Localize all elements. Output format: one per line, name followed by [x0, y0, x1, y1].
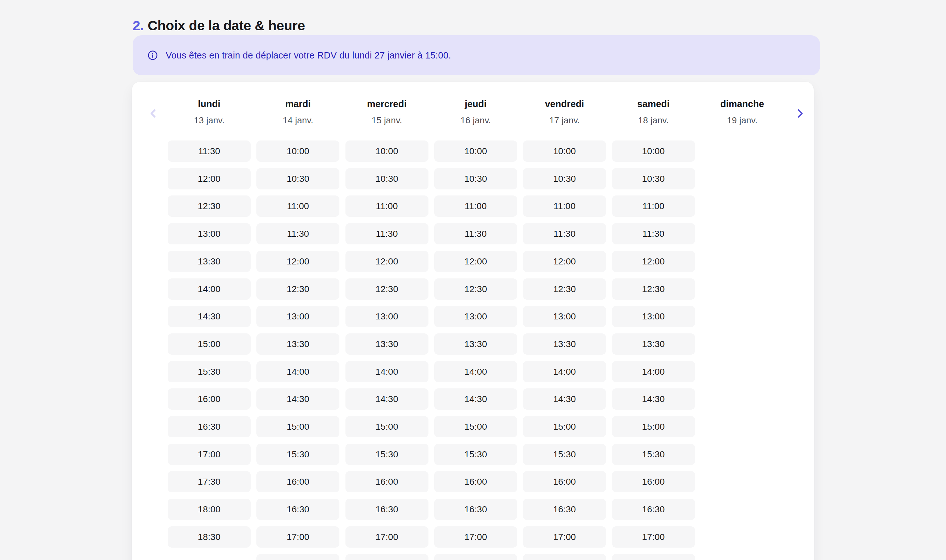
time-slot[interactable]: 12:00 — [346, 251, 429, 272]
time-slot[interactable]: 13:30 — [434, 333, 517, 355]
time-slot[interactable]: 17:30 — [434, 554, 517, 560]
time-slot[interactable]: 16:00 — [346, 471, 429, 492]
time-slot[interactable]: 10:30 — [346, 168, 429, 189]
time-slot[interactable]: 16:30 — [434, 498, 517, 520]
next-week-button[interactable] — [791, 105, 809, 122]
time-slot[interactable]: 15:30 — [346, 444, 429, 465]
time-slot[interactable]: 10:30 — [434, 168, 517, 189]
time-slot[interactable]: 10:30 — [523, 168, 606, 189]
time-slot[interactable]: 11:30 — [434, 223, 517, 245]
time-slot[interactable]: 17:00 — [168, 444, 251, 465]
time-slot[interactable]: 10:30 — [612, 168, 695, 189]
time-slot[interactable]: 15:00 — [434, 416, 517, 437]
time-slot[interactable]: 12:30 — [523, 278, 606, 300]
time-slot[interactable]: 13:30 — [168, 251, 251, 272]
time-slot[interactable]: 11:30 — [523, 223, 606, 245]
time-slot[interactable]: 12:30 — [168, 195, 251, 217]
time-slot[interactable]: 14:30 — [523, 388, 606, 410]
time-slot[interactable]: 10:00 — [434, 140, 517, 162]
time-slot[interactable]: 14:30 — [612, 388, 695, 410]
time-slot[interactable]: 15:00 — [256, 416, 340, 437]
time-slot[interactable]: 17:00 — [434, 526, 517, 548]
time-slot[interactable]: 13:00 — [168, 223, 251, 245]
time-slot[interactable]: 12:30 — [434, 278, 517, 300]
time-slot[interactable]: 16:30 — [168, 416, 251, 437]
time-slot[interactable]: 12:30 — [256, 278, 340, 300]
time-slot[interactable]: 16:30 — [523, 498, 606, 520]
time-slot[interactable]: 17:30 — [346, 554, 429, 560]
time-slot[interactable]: 13:30 — [523, 333, 606, 355]
time-slot[interactable]: 10:00 — [612, 140, 695, 162]
time-slot[interactable]: 15:30 — [612, 444, 695, 465]
time-slot[interactable]: 17:00 — [523, 526, 606, 548]
time-slot[interactable]: 15:00 — [346, 416, 429, 437]
time-slot[interactable]: 15:00 — [168, 333, 251, 355]
time-slot[interactable]: 16:30 — [612, 498, 695, 520]
time-slot[interactable]: 16:00 — [168, 388, 251, 410]
time-slot[interactable]: 17:30 — [612, 554, 695, 560]
time-slot[interactable]: 14:00 — [346, 361, 429, 382]
time-slot[interactable]: 17:30 — [168, 471, 251, 492]
prev-week-button[interactable] — [144, 105, 162, 122]
time-slot[interactable]: 13:30 — [346, 333, 429, 355]
time-slot[interactable]: 16:00 — [523, 471, 606, 492]
time-slot[interactable]: 12:00 — [168, 168, 251, 189]
time-slot[interactable]: 11:00 — [434, 195, 517, 217]
time-slot[interactable]: 17:00 — [612, 526, 695, 548]
time-slot[interactable]: 10:00 — [346, 140, 429, 162]
time-slot[interactable]: 13:00 — [256, 306, 340, 327]
time-slot[interactable]: 17:30 — [256, 554, 340, 560]
time-slot[interactable]: 17:00 — [346, 526, 429, 548]
day-column-dimanche: dimanche19 janv. — [701, 82, 784, 560]
time-slot[interactable]: 14:00 — [256, 361, 340, 382]
time-slot[interactable]: 16:00 — [612, 471, 695, 492]
time-slot[interactable]: 13:00 — [612, 306, 695, 327]
time-slot[interactable]: 13:00 — [434, 306, 517, 327]
time-slot[interactable]: 15:30 — [434, 444, 517, 465]
time-slot[interactable]: 16:00 — [434, 471, 517, 492]
time-slot[interactable]: 14:30 — [346, 388, 429, 410]
time-slot[interactable]: 13:00 — [523, 306, 606, 327]
time-slot[interactable]: 12:00 — [434, 251, 517, 272]
time-slot[interactable]: 12:00 — [256, 251, 340, 272]
time-slot[interactable]: 15:00 — [612, 416, 695, 437]
time-slot[interactable]: 14:00 — [168, 278, 251, 300]
time-slot[interactable]: 12:00 — [612, 251, 695, 272]
time-slot[interactable]: 11:30 — [168, 140, 251, 162]
time-slot[interactable]: 15:30 — [256, 444, 340, 465]
time-slot[interactable]: 16:00 — [256, 471, 340, 492]
time-slot[interactable]: 11:30 — [612, 223, 695, 245]
notice-text: Vous êtes en train de déplacer votre RDV… — [166, 50, 451, 61]
day-column-lundi: lundi13 janv.11:3012:0012:3013:0013:3014… — [168, 82, 251, 560]
time-slot[interactable]: 16:30 — [256, 498, 340, 520]
time-slot[interactable]: 11:30 — [346, 223, 429, 245]
time-slot[interactable]: 15:00 — [523, 416, 606, 437]
time-slot[interactable]: 18:30 — [168, 526, 251, 548]
time-slot[interactable]: 13:30 — [256, 333, 340, 355]
time-slot[interactable]: 11:00 — [523, 195, 606, 217]
time-slot[interactable]: 16:30 — [346, 498, 429, 520]
time-slot[interactable]: 10:00 — [256, 140, 340, 162]
time-slot[interactable]: 12:30 — [346, 278, 429, 300]
time-slot[interactable]: 17:00 — [256, 526, 340, 548]
time-slot[interactable]: 15:30 — [168, 361, 251, 382]
time-slot[interactable]: 14:00 — [612, 361, 695, 382]
time-slot[interactable]: 11:00 — [346, 195, 429, 217]
time-slot[interactable]: 10:00 — [523, 140, 606, 162]
time-slot[interactable]: 14:30 — [434, 388, 517, 410]
time-slot[interactable]: 13:30 — [612, 333, 695, 355]
time-slot[interactable]: 18:00 — [168, 498, 251, 520]
time-slot[interactable]: 12:00 — [523, 251, 606, 272]
time-slot[interactable]: 14:00 — [434, 361, 517, 382]
time-slot[interactable]: 11:00 — [256, 195, 340, 217]
time-slot[interactable]: 11:30 — [256, 223, 340, 245]
time-slot[interactable]: 15:30 — [523, 444, 606, 465]
time-slot[interactable]: 14:00 — [523, 361, 606, 382]
time-slot[interactable]: 11:00 — [612, 195, 695, 217]
time-slot[interactable]: 13:00 — [346, 306, 429, 327]
time-slot[interactable]: 10:30 — [256, 168, 340, 189]
time-slot[interactable]: 17:30 — [523, 554, 606, 560]
time-slot[interactable]: 14:30 — [168, 306, 251, 327]
time-slot[interactable]: 12:30 — [612, 278, 695, 300]
time-slot[interactable]: 14:30 — [256, 388, 340, 410]
